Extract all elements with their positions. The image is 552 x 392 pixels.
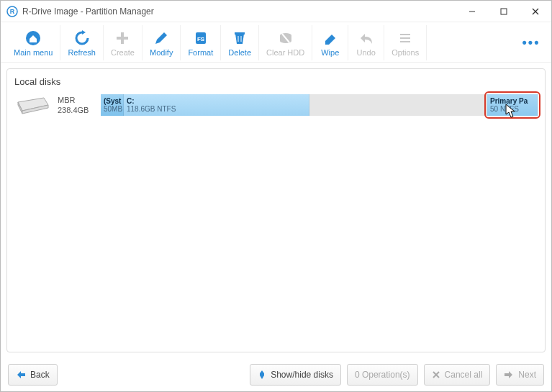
options-button[interactable]: Options	[384, 25, 427, 60]
refresh-label: Refresh	[68, 48, 96, 57]
refresh-icon	[73, 29, 91, 47]
window-controls	[456, 1, 551, 22]
partition-free-space[interactable]	[309, 94, 487, 116]
main-menu-button[interactable]: Main menu	[6, 25, 60, 60]
toolbar: Main menu Refresh Create Modify FS Forma…	[1, 22, 551, 63]
close-button[interactable]	[520, 1, 551, 22]
svg-text:R: R	[10, 8, 15, 15]
refresh-button[interactable]: Refresh	[60, 25, 104, 60]
minimize-button[interactable]	[456, 1, 488, 22]
format-label: Format	[188, 48, 213, 57]
modify-label: Modify	[150, 48, 173, 57]
clear-hdd-icon	[277, 29, 294, 47]
hdd-icon	[14, 94, 52, 116]
svg-rect-14	[400, 34, 410, 35]
partition-system[interactable]: (Syst 50MB NT	[101, 94, 124, 116]
format-button[interactable]: FS Format	[181, 25, 221, 60]
svg-text:FS: FS	[197, 36, 205, 42]
partition-c[interactable]: C: 118.6GB NTFS	[124, 94, 309, 116]
delete-label: Delete	[228, 48, 251, 57]
partition-c-size: 118.6GB NTFS	[127, 105, 306, 113]
partition-system-size: 50MB NT	[104, 105, 120, 113]
svg-rect-9	[235, 32, 245, 35]
arrow-left-icon	[16, 370, 26, 379]
partition-system-name: (Syst	[104, 97, 120, 105]
partition-primary-size: 50 NTFS	[490, 105, 534, 113]
app-logo-icon: R	[6, 6, 18, 17]
back-label: Back	[30, 370, 50, 380]
clear-hdd-button: Clear HDD	[259, 25, 312, 60]
eraser-icon	[322, 29, 339, 47]
options-label: Options	[392, 48, 419, 57]
create-label: Create	[111, 48, 135, 57]
main-menu-label: Main menu	[14, 48, 53, 57]
titlebar: R R-Drive Image - Partition Manager	[1, 1, 551, 22]
svg-rect-15	[400, 37, 410, 39]
cancel-all-label: Cancel all	[445, 370, 483, 380]
trash-icon	[231, 29, 248, 47]
disk-size: 238.4GB	[58, 105, 101, 115]
partition-primary[interactable]: Primary Pa 50 NTFS	[487, 94, 538, 116]
x-icon	[432, 370, 440, 379]
undo-button: Undo	[348, 25, 384, 60]
app-window: R R-Drive Image - Partition Manager Main…	[0, 0, 552, 392]
format-icon: FS	[192, 29, 209, 47]
body: Local disks MBR 238.4GB (Syst 5	[1, 63, 551, 358]
show-hide-disks-button[interactable]: Show/hide disks	[250, 364, 341, 386]
svg-rect-3	[501, 9, 507, 14]
next-button: Next	[496, 364, 544, 386]
home-icon	[24, 29, 42, 47]
modify-button[interactable]: Modify	[142, 25, 181, 60]
footer: Back Show/hide disks 0 Operation(s) Canc…	[1, 358, 551, 391]
disk-meta: MBR 238.4GB	[58, 95, 101, 116]
wipe-button[interactable]: Wipe	[312, 25, 348, 60]
svg-rect-16	[400, 41, 410, 42]
delete-button[interactable]: Delete	[221, 25, 259, 60]
show-hide-label: Show/hide disks	[271, 370, 333, 380]
undo-label: Undo	[357, 48, 376, 57]
wipe-label: Wipe	[321, 48, 339, 57]
window-title: R-Drive Image - Partition Manager	[22, 6, 456, 17]
clear-hdd-label: Clear HDD	[266, 48, 304, 57]
options-icon	[397, 29, 414, 47]
next-label: Next	[518, 370, 536, 380]
undo-icon	[358, 29, 375, 47]
local-disks-heading: Local disks	[14, 76, 538, 87]
arrow-right-icon	[504, 370, 514, 379]
partition-track: (Syst 50MB NT C: 118.6GB NTFS Primary Pa…	[101, 94, 538, 116]
create-button: Create	[104, 25, 142, 60]
pin-icon	[258, 370, 266, 380]
partition-c-name: C:	[127, 97, 306, 105]
disk-row: MBR 238.4GB (Syst 50MB NT C: 118.6GB NTF…	[14, 94, 538, 116]
cancel-all-button: Cancel all	[424, 364, 491, 386]
more-button[interactable]: •••	[517, 25, 546, 60]
maximize-button[interactable]	[488, 1, 520, 22]
back-button[interactable]: Back	[8, 364, 58, 386]
plus-icon	[114, 29, 131, 47]
disks-panel: Local disks MBR 238.4GB (Syst 5	[6, 68, 546, 352]
partition-primary-name: Primary Pa	[490, 97, 534, 105]
operations-label: 0 Operation(s)	[355, 370, 410, 380]
pencil-icon	[153, 29, 170, 47]
operations-button: 0 Operation(s)	[347, 364, 418, 386]
disk-scheme: MBR	[58, 95, 101, 105]
